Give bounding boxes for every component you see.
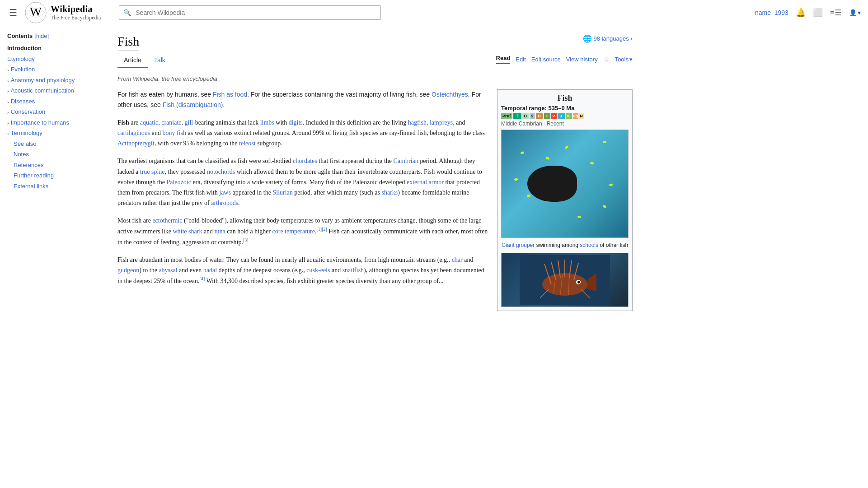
snailfish-link[interactable]: snailfish	[343, 267, 364, 274]
toc-hide-button[interactable]: [hide]	[34, 33, 49, 39]
spiky-fish-svg	[520, 255, 610, 305]
username-link[interactable]: name_1993	[755, 9, 788, 16]
toc-item-conservation[interactable]: › Conservation	[7, 107, 92, 117]
toc-item-diseases[interactable]: › Diseases	[7, 96, 92, 107]
hagfish-link[interactable]: hagfish	[408, 119, 427, 126]
toc-conservation-link[interactable]: Conservation	[11, 107, 46, 116]
toc-item-acoustic[interactable]: › Acoustic communication	[7, 85, 92, 96]
true-spine-link[interactable]: true spine	[140, 168, 165, 175]
toc-terminology-chevron[interactable]: ›	[7, 130, 9, 138]
hamburger-button[interactable]: ☰	[7, 5, 19, 20]
sharks-link[interactable]: sharks	[382, 189, 398, 196]
toc-evolution-link[interactable]: Evolution	[11, 65, 35, 74]
ref-1[interactable]: [1][2]	[316, 227, 327, 232]
tuna-link[interactable]: tuna	[215, 228, 225, 235]
osteichthyes-link[interactable]: Osteichthyes	[432, 91, 468, 98]
logo-link[interactable]: W Wikipedia The Free Encyclopedia	[24, 1, 101, 24]
toc-item-anatomy[interactable]: › Anatomy and physiology	[7, 75, 92, 86]
bony-fish-link[interactable]: bony fish	[163, 130, 187, 136]
toc-terminology-link[interactable]: Terminology	[11, 129, 42, 138]
toc-item-references[interactable]: References	[7, 160, 92, 171]
toc-further-reading-link[interactable]: Further reading	[14, 172, 54, 179]
toc-item-introduction[interactable]: Introduction	[7, 43, 92, 54]
article-title: Fish	[117, 34, 139, 51]
toc-conservation-chevron[interactable]: ›	[7, 109, 9, 116]
toc-item-notes[interactable]: Notes	[7, 149, 92, 160]
digits-link[interactable]: digits	[289, 119, 303, 126]
search-input[interactable]	[119, 5, 381, 20]
languages-area[interactable]: 🌐 98 languages ›	[583, 34, 633, 43]
geo-j: P	[551, 113, 557, 119]
paleozoic-link[interactable]: Paleozoic	[166, 179, 191, 186]
tools-dropdown-button[interactable]: Tools ▾	[615, 56, 633, 63]
tools-chevron: ▾	[629, 56, 633, 63]
tab-edit-source[interactable]: Edit source	[531, 56, 561, 63]
toc-diseases-chevron[interactable]: ›	[7, 98, 9, 106]
ref-4[interactable]: [4]	[200, 276, 205, 281]
toc-diseases-link[interactable]: Diseases	[11, 97, 35, 106]
toc-notes-link[interactable]: Notes	[14, 151, 29, 158]
schools-link[interactable]: schools	[580, 242, 598, 248]
toc-item-external-links[interactable]: External links	[7, 181, 92, 192]
languages-link[interactable]: 98 languages	[594, 35, 629, 42]
toc-acoustic-chevron[interactable]: ›	[7, 88, 9, 95]
cambrian-link[interactable]: Cambrian	[394, 158, 418, 164]
external-armor-link[interactable]: external armor	[407, 179, 444, 186]
toc-item-see-also[interactable]: See also	[7, 139, 92, 149]
tab-edit[interactable]: Edit	[516, 56, 525, 63]
toc-references-link[interactable]: References	[14, 162, 43, 168]
fish-disambiguation-link[interactable]: Fish (disambiguation)	[163, 101, 223, 108]
gill-link[interactable]: gill	[185, 119, 193, 126]
chordates-link[interactable]: chordates	[293, 158, 317, 164]
char-link[interactable]: char	[452, 256, 463, 263]
aquatic-link[interactable]: aquatic	[140, 119, 158, 126]
tab-view-history[interactable]: View history	[566, 56, 598, 63]
silurian-link[interactable]: Silurian	[272, 189, 292, 196]
core-temperature-link[interactable]: core temperature	[272, 228, 315, 235]
toc-acoustic-link[interactable]: Acoustic communication	[11, 86, 74, 95]
toc-etymology-link[interactable]: Etymology	[7, 56, 35, 62]
craniate-link[interactable]: craniate	[161, 119, 181, 126]
ectothermic-link[interactable]: ectothermic	[152, 217, 182, 224]
toc-see-also-link[interactable]: See also	[14, 140, 37, 147]
geologic-dates: Middle Cambrian · Recent	[501, 121, 629, 127]
toc-item-terminology[interactable]: › Terminology	[7, 128, 92, 139]
notochords-link[interactable]: notochords	[207, 168, 235, 175]
watchlist-icon[interactable]: ⬜	[813, 8, 823, 18]
toc-item-etymology[interactable]: Etymology	[7, 54, 92, 65]
toc-anatomy-chevron[interactable]: ›	[7, 77, 9, 85]
toc-importance-chevron[interactable]: ›	[7, 120, 9, 127]
toc-item-importance[interactable]: › Importance to humans	[7, 117, 92, 128]
toc-item-further-reading[interactable]: Further reading	[7, 170, 92, 181]
toc-anatomy-link[interactable]: Anatomy and physiology	[11, 76, 75, 85]
toc-external-links-link[interactable]: External links	[14, 183, 48, 190]
ref-3[interactable]: [3]	[243, 237, 249, 242]
tab-read[interactable]: Read	[496, 55, 511, 64]
user-avatar-icon: 👤	[849, 9, 857, 16]
teleost-link[interactable]: teleost	[239, 140, 256, 147]
limbs-link[interactable]: limbs	[260, 119, 274, 126]
tab-article[interactable]: Article	[117, 53, 148, 68]
toc-evolution-chevron[interactable]: ›	[7, 66, 9, 74]
toc-item-evolution[interactable]: › Evolution	[7, 64, 92, 75]
small-fish-10	[603, 140, 607, 143]
watchlist-star-icon[interactable]: ☆	[603, 55, 610, 64]
fish-as-food-link[interactable]: Fish as food	[213, 91, 247, 98]
user-menu[interactable]: 👤 ▾	[849, 9, 861, 16]
prec-label: PreꞒ	[501, 113, 512, 119]
cartilaginous-link[interactable]: cartilaginous	[117, 130, 150, 136]
gudgeon-link[interactable]: gudgeon	[117, 267, 139, 274]
cusk-eels-link[interactable]: cusk-eels	[306, 267, 330, 274]
notification-icon[interactable]: 🔔	[796, 8, 806, 18]
actinopterygii-link[interactable]: Actinopterygii	[117, 140, 155, 147]
giant-grouper-link[interactable]: Giant grouper	[502, 242, 535, 248]
tab-talk[interactable]: Talk	[148, 53, 172, 68]
arthropods-link[interactable]: arthropods	[211, 200, 238, 206]
contributions-icon[interactable]: ≡☰	[830, 8, 842, 18]
hadal-link[interactable]: hadal	[203, 267, 217, 274]
white-shark-link[interactable]: white shark	[173, 228, 202, 235]
jaws-link[interactable]: jaws	[219, 189, 231, 196]
lampreys-link[interactable]: lampreys	[430, 119, 453, 126]
toc-importance-link[interactable]: Importance to humans	[11, 118, 69, 127]
abyssal-link[interactable]: abyssal	[159, 267, 177, 274]
